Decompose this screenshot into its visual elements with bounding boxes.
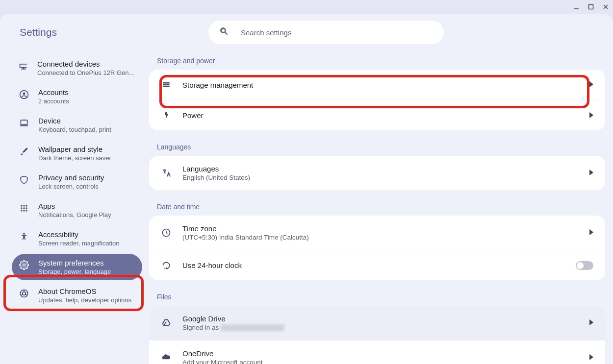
chevron-right-icon	[589, 318, 593, 327]
chevron-right-icon	[589, 111, 593, 120]
svg-point-15	[23, 210, 25, 211]
storage-icon	[161, 79, 172, 90]
svg-point-8	[21, 205, 22, 206]
nav-title: Connected devices	[37, 60, 135, 68]
row-onedrive[interactable]: OneDrive Add your Microsoft account	[149, 340, 605, 364]
svg-point-11	[21, 207, 22, 209]
sidebar-item-about[interactable]: About ChromeOS Updates, help, developer …	[12, 282, 142, 309]
shield-icon	[19, 174, 29, 185]
row-languages[interactable]: Languages English (United States)	[149, 156, 605, 190]
maximize-button[interactable]	[587, 3, 594, 10]
gdrive-account: Signed in as	[182, 324, 579, 331]
svg-point-14	[21, 210, 22, 211]
svg-point-17	[23, 233, 25, 234]
minimize-button[interactable]	[573, 3, 580, 10]
gear-icon	[19, 260, 29, 270]
search-input[interactable]	[241, 28, 433, 37]
sidebar-item-accessibility[interactable]: Accessibility Screen reader, magnificati…	[12, 225, 142, 252]
translate-icon	[161, 168, 172, 178]
svg-point-5	[23, 92, 26, 95]
accessibility-icon	[19, 231, 29, 242]
chevron-right-icon	[589, 353, 593, 362]
search-icon	[219, 26, 229, 38]
sidebar: Connected devices Connected to OnePlus 1…	[0, 51, 147, 364]
svg-rect-25	[163, 84, 169, 86]
settings-app: Settings Connected devices Connected to …	[0, 14, 613, 364]
app-title: Settings	[0, 26, 157, 38]
svg-rect-6	[21, 120, 27, 124]
redacted-email	[221, 324, 284, 331]
svg-rect-24	[163, 82, 169, 84]
svg-rect-1	[589, 5, 593, 9]
row-storage-management[interactable]: Storage management	[149, 70, 605, 100]
sidebar-item-apps[interactable]: Apps Notifications, Google Play	[12, 197, 142, 223]
card-storage-power: Storage management Power	[149, 70, 605, 130]
apps-icon	[19, 203, 29, 214]
app-header: Settings	[0, 14, 613, 51]
svg-point-10	[26, 205, 27, 206]
section-files: Files	[149, 289, 605, 306]
svg-point-16	[26, 210, 27, 211]
svg-line-22	[21, 294, 23, 296]
sidebar-item-wallpaper[interactable]: Wallpaper and style Dark theme, screen s…	[12, 140, 142, 167]
svg-rect-26	[163, 86, 169, 88]
clock-24-icon: 24	[161, 260, 172, 271]
sidebar-item-device[interactable]: Device Keyboard, touchpad, print	[12, 112, 142, 138]
section-languages: Languages	[149, 139, 605, 156]
svg-text:24: 24	[164, 266, 167, 269]
account-icon	[19, 89, 29, 100]
devices-icon	[19, 61, 28, 72]
row-24hour-clock[interactable]: 24 Use 24-hour clock	[149, 250, 605, 280]
brush-icon	[19, 146, 29, 157]
card-files: Google Drive Signed in as OneDrive Add y…	[149, 306, 605, 364]
svg-point-18	[23, 264, 26, 267]
chrome-icon	[19, 288, 29, 299]
card-date-time: Time zone (UTC+5:30) India Standard Time…	[149, 216, 605, 280]
row-timezone[interactable]: Time zone (UTC+5:30) India Standard Time…	[149, 216, 605, 250]
window-titlebar	[0, 0, 613, 14]
svg-point-13	[26, 207, 27, 209]
svg-point-12	[23, 207, 25, 209]
svg-line-23	[26, 294, 27, 296]
sidebar-item-connected-devices[interactable]: Connected devices Connected to OnePlus 1…	[12, 55, 142, 81]
card-languages: Languages English (United States)	[149, 156, 605, 190]
row-google-drive[interactable]: Google Drive Signed in as	[149, 306, 605, 340]
chevron-right-icon	[589, 169, 593, 177]
search-box[interactable]	[208, 21, 444, 44]
sidebar-item-accounts[interactable]: Accounts 2 accounts	[12, 83, 142, 110]
settings-content: Storage and power Storage management Pow…	[147, 51, 613, 364]
onedrive-icon	[161, 352, 172, 363]
sidebar-item-system-preferences[interactable]: System preferences Storage, power, langu…	[12, 254, 142, 280]
sidebar-item-privacy[interactable]: Privacy and security Lock screen, contro…	[12, 169, 142, 195]
svg-point-9	[23, 205, 25, 206]
nav-sub: Connected to OnePlus 12R Gens...	[37, 69, 135, 76]
gdrive-icon	[161, 317, 172, 328]
section-storage-power: Storage and power	[149, 53, 605, 70]
chevron-right-icon	[589, 80, 593, 89]
close-button[interactable]	[602, 3, 609, 10]
toggle-24hour[interactable]	[576, 261, 593, 270]
power-icon	[161, 110, 172, 121]
row-power[interactable]: Power	[149, 100, 605, 130]
section-date-time: Date and time	[149, 199, 605, 216]
chevron-right-icon	[589, 228, 593, 237]
clock-icon	[161, 227, 172, 238]
laptop-icon	[19, 118, 29, 128]
